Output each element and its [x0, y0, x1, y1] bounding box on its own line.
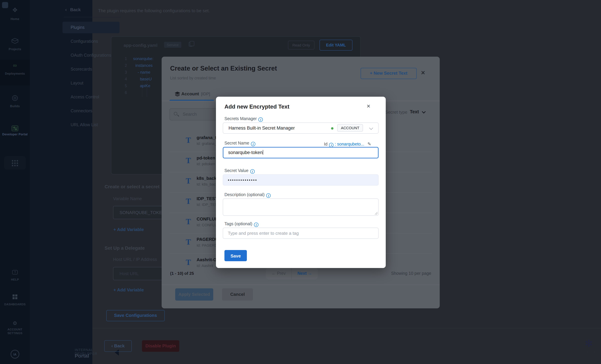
add-encrypted-text-modal: Add new Encrypted Text × Secrets Manager…: [216, 97, 386, 268]
scope-chip: ACCOUNT: [337, 124, 363, 132]
variable-name-label: Variable Name: [113, 196, 142, 201]
secret-section-title: Create or select a secret: [105, 184, 160, 189]
secret-value-label: Secret Valuei: [224, 168, 254, 174]
module-picker-button[interactable]: [4, 156, 26, 170]
info-icon: i: [258, 117, 263, 122]
description-label: Description (optional)i: [224, 192, 270, 198]
prev-button[interactable]: ← Prev: [266, 267, 292, 279]
layers-icon: [175, 92, 180, 96]
sidebar-item-home[interactable]: ❖ Home: [0, 6, 30, 21]
info-icon: i: [254, 222, 258, 227]
projects-icon: [0, 38, 30, 44]
chevron-left-icon: ‹: [111, 343, 113, 348]
modal-title: Create or Select an Existing Secret: [170, 65, 277, 72]
chevron-left-icon: ‹: [65, 7, 67, 12]
save-configurations-button[interactable]: Save Configurations: [106, 310, 165, 321]
yaml-filename: app-config.yaml: [124, 43, 157, 48]
tags-input[interactable]: [223, 228, 379, 239]
description-textarea[interactable]: [223, 199, 379, 216]
divider: [64, 17, 121, 17]
divider: [92, 328, 601, 328]
secret-value-input[interactable]: ••••••••••••••: [223, 174, 379, 186]
back-button[interactable]: ‹ Back: [104, 340, 132, 352]
sidebar-item-account-settings[interactable]: ⚙ ACCOUNT SETTINGS: [0, 320, 30, 335]
sidebar-item-deployments[interactable]: ∞ Deployments: [0, 62, 30, 76]
modal-subtitle: List sorted by created time: [170, 76, 216, 80]
edit-pencil-icon[interactable]: ✎: [368, 142, 371, 146]
service-badge: Service: [164, 42, 181, 48]
aida-icon[interactable]: ✻: [585, 338, 593, 349]
chevron-down-icon: [369, 126, 373, 130]
page-description: The plugin requires the following config…: [98, 8, 210, 13]
secret-name-label: Secret Namei: [224, 141, 255, 146]
sidebar-item-dashboards[interactable]: DASHBOARDS: [0, 295, 30, 307]
help-chat-icon: ?: [12, 270, 18, 274]
modal-title: Add new Encrypted Text: [224, 104, 290, 110]
new-secret-text-button[interactable]: + New Secret Text: [361, 68, 417, 79]
sidebar-item-developer-portal[interactable]: Developer Portal: [0, 125, 30, 136]
info-icon: i: [266, 193, 270, 198]
gear-icon: ⚙: [0, 320, 30, 326]
harness-idp-app: ❖ Home Projects ∞ Deployments Builds Dev…: [0, 0, 601, 364]
tab-account[interactable]: Account: [181, 91, 199, 96]
info-icon: i: [250, 169, 254, 174]
text-secret-icon: T: [186, 197, 191, 205]
sidebar-item-projects[interactable]: Projects: [0, 38, 30, 52]
secret-type-label: Secret type: [385, 110, 408, 115]
deployments-icon: ∞: [0, 62, 30, 68]
secrets-manager-label: Secrets Manageri: [224, 116, 263, 122]
pagination-range: (1 - 10) of 25: [170, 271, 194, 276]
apply-selected-button[interactable]: Apply Selected: [175, 288, 213, 301]
text-secret-icon: T: [186, 259, 191, 266]
host-url-label: Host URL / IP Address: [113, 257, 157, 262]
builds-icon: [0, 95, 30, 101]
resize-handle[interactable]: [375, 212, 378, 215]
copy-icon[interactable]: [189, 42, 192, 47]
sidebar-item-help[interactable]: ? HELP: [0, 270, 30, 282]
info-icon: i: [329, 143, 334, 147]
text-secret-icon: T: [186, 177, 191, 185]
save-button[interactable]: Save: [224, 250, 247, 261]
disable-plugin-button[interactable]: Disable Plugin: [142, 340, 179, 352]
close-icon[interactable]: ×: [367, 103, 370, 110]
secret-type-value[interactable]: Text: [410, 109, 419, 114]
text-caret: [263, 150, 263, 155]
primary-sidebar: ❖ Home Projects ∞ Deployments Builds Dev…: [0, 0, 30, 364]
status-dot: [331, 127, 333, 130]
edit-yaml-button[interactable]: Edit YAML: [320, 40, 352, 50]
home-icon: ❖: [0, 6, 30, 14]
add-variable-link[interactable]: + Add Variable: [113, 227, 144, 232]
delegate-section-title: Set Up a Delegate: [105, 245, 145, 251]
next-button[interactable]: Next →: [292, 267, 318, 279]
text-secret-icon: T: [186, 238, 191, 246]
close-icon[interactable]: ×: [421, 69, 425, 77]
secret-id-row: Idi : sonarqubeto... ✎: [324, 142, 371, 147]
grid-icon: [12, 160, 18, 166]
user-avatar[interactable]: IA: [10, 350, 19, 359]
add-variable-link-2[interactable]: + Add Variable: [113, 287, 144, 292]
pagination: ← Prev Next →: [266, 267, 318, 279]
divider: [162, 285, 440, 285]
sidebar-item-builds[interactable]: Builds: [0, 95, 30, 109]
text-secret-icon: T: [186, 157, 191, 164]
dashboards-icon: [12, 295, 18, 299]
info-icon: i: [251, 142, 255, 146]
tab-account-scope: [IDP]: [201, 92, 210, 96]
search-icon: [174, 112, 177, 115]
secret-name-input[interactable]: sonarqube-token: [223, 147, 379, 158]
aida-label: AIDA: [587, 350, 595, 354]
sidebar-item-plugins[interactable]: Plugins: [62, 22, 120, 33]
text-secret-icon: T: [186, 218, 191, 226]
per-page-text: Showing 10 per page: [338, 271, 431, 276]
back-nav[interactable]: ‹Back: [65, 7, 81, 12]
secrets-manager-select[interactable]: Harness Built-in Secret Manager ACCOUNT: [223, 123, 379, 134]
tags-label: Tags (optional)i: [224, 221, 258, 227]
secondary-sidebar: ‹Back Plugins Configurations OAuth Confi…: [30, 0, 92, 364]
read-only-badge: Read Only: [288, 41, 314, 49]
portal-title: Portal: [75, 353, 89, 359]
developer-portal-icon: [0, 125, 30, 131]
chevron-down-icon[interactable]: [422, 110, 426, 114]
text-secret-icon: T: [186, 136, 191, 144]
cancel-button[interactable]: Cancel: [222, 288, 253, 301]
secret-id-value[interactable]: : sonarqubeto...: [335, 142, 364, 146]
